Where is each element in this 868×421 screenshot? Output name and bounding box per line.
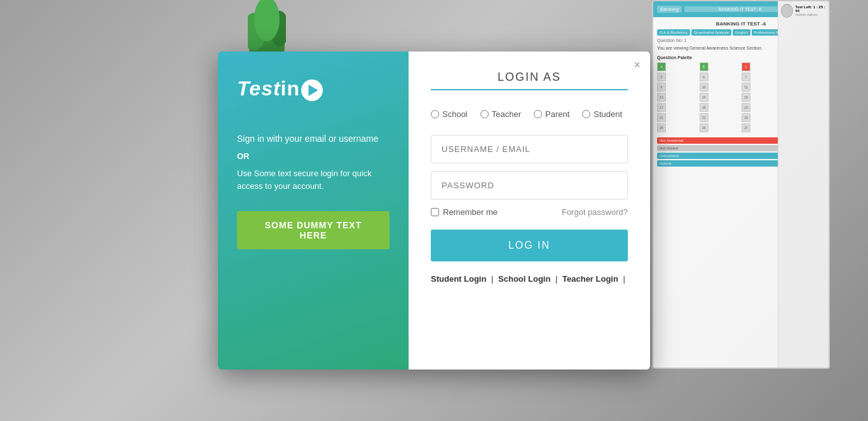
role-parent-radio[interactable] bbox=[534, 110, 542, 118]
role-student-radio[interactable] bbox=[582, 110, 590, 118]
role-student-label: Student bbox=[593, 109, 622, 119]
title-underline bbox=[431, 89, 628, 90]
or-text: OR bbox=[237, 151, 250, 161]
remember-me-text: Remember me bbox=[443, 207, 498, 217]
role-school-label: School bbox=[442, 109, 468, 119]
teacher-login-link[interactable]: Teacher Login bbox=[562, 274, 618, 284]
logo-in: in bbox=[281, 77, 300, 100]
remember-me-checkbox[interactable] bbox=[431, 208, 439, 216]
username-input[interactable] bbox=[431, 135, 628, 163]
logo-text: Testin bbox=[237, 77, 323, 100]
login-button[interactable]: LOG IN bbox=[431, 230, 628, 261]
logo-area: Testin bbox=[237, 77, 323, 101]
role-teacher-label: Teacher bbox=[492, 109, 521, 119]
forgot-password-link[interactable]: Forgot password? bbox=[562, 207, 628, 217]
logo-go-circle bbox=[301, 79, 323, 101]
remember-me-label[interactable]: Remember me bbox=[431, 207, 498, 217]
remember-forgot-row: Remember me Forgot password? bbox=[431, 207, 628, 217]
role-parent[interactable]: Parent bbox=[534, 109, 569, 119]
separator-2: | bbox=[555, 274, 557, 284]
login-modal: Testin Sign in with your email or userna… bbox=[218, 52, 650, 369]
login-as-title: LOGIN AS bbox=[431, 71, 628, 84]
role-school-radio[interactable] bbox=[431, 110, 439, 118]
role-parent-label: Parent bbox=[545, 109, 569, 119]
password-input[interactable] bbox=[431, 171, 628, 200]
login-right-panel: × LOGIN AS School Teacher Parent bbox=[409, 52, 650, 369]
role-teacher[interactable]: Teacher bbox=[480, 109, 521, 119]
school-login-link[interactable]: School Login bbox=[498, 274, 550, 284]
modal-backdrop: Testin Sign in with your email or userna… bbox=[0, 0, 868, 421]
role-student[interactable]: Student bbox=[582, 109, 622, 119]
separator-1: | bbox=[491, 274, 493, 284]
role-teacher-radio[interactable] bbox=[480, 110, 489, 118]
use-text: Use Some text secure login for quick acc… bbox=[237, 167, 390, 192]
logo-test: Test bbox=[237, 77, 281, 100]
close-button[interactable]: × bbox=[634, 59, 641, 71]
student-login-link[interactable]: Student Login bbox=[431, 274, 486, 284]
bottom-links: Student Login | School Login | Teacher L… bbox=[431, 274, 628, 284]
separator-3: | bbox=[623, 274, 625, 284]
login-left-panel: Testin Sign in with your email or userna… bbox=[218, 52, 409, 369]
dummy-button[interactable]: SOME DUMMY TEXT HERE bbox=[237, 211, 390, 249]
role-options: School Teacher Parent Student bbox=[431, 109, 628, 119]
role-school[interactable]: School bbox=[431, 109, 468, 119]
sign-in-text: Sign in with your email or username bbox=[237, 133, 379, 146]
